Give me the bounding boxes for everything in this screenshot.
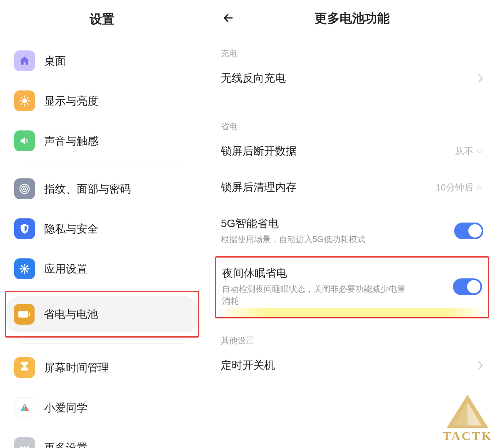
- settings-item-label: 隐私与安全: [44, 222, 98, 236]
- row-title: 5G智能省电: [221, 216, 365, 231]
- svg-line-18: [27, 271, 28, 272]
- svg-point-23: [20, 446, 22, 448]
- settings-item-label: 桌面: [44, 54, 66, 68]
- sound-icon: [14, 130, 35, 151]
- section-header-other: 其他设置: [204, 318, 500, 347]
- settings-title: 设置: [0, 0, 204, 39]
- settings-item-display[interactable]: 显示与亮度: [7, 83, 198, 119]
- settings-item-label: 显示与亮度: [44, 94, 98, 108]
- row-night-sleep-powersave[interactable]: 夜间休眠省电 自动检测夜间睡眠状态，关闭非必要功能减少电量消耗: [216, 258, 488, 317]
- settings-item-label: 声音与触感: [44, 134, 98, 148]
- settings-item-biometrics[interactable]: 指纹、面部与密码: [7, 171, 198, 207]
- row-lock-disconnect-data[interactable]: 锁屏后断开数据 从不 ︿﹀: [204, 133, 500, 169]
- settings-item-battery[interactable]: 省电与电池: [6, 296, 198, 332]
- row-title: 锁屏后清理内存: [221, 180, 297, 195]
- svg-point-11: [24, 188, 26, 190]
- chevron-right-icon: [474, 360, 483, 370]
- row-subtitle: 自动检测夜间睡眠状态，关闭非必要功能减少电量消耗: [222, 283, 405, 307]
- settings-item-label: 屏幕时间管理: [44, 360, 109, 375]
- settings-item-label: 省电与电池: [44, 307, 98, 322]
- battery-panel: 更多电池功能 充电 无线反向充电 省电 锁屏后断开数据 从不 ︿﹀ 锁屏后清理内…: [204, 0, 500, 448]
- section-header-charging: 充电: [204, 39, 500, 60]
- picker-updown-icon: ︿﹀: [477, 184, 483, 191]
- row-value: 10分钟后: [436, 181, 473, 194]
- divider: [22, 165, 182, 165]
- settings-item-privacy[interactable]: 隐私与安全: [7, 211, 198, 247]
- row-title: 定时开关机: [221, 358, 275, 373]
- divider: [221, 104, 483, 104]
- more-icon: [14, 437, 35, 448]
- row-title: 夜间休眠省电: [222, 266, 405, 280]
- settings-list: 桌面 显示与亮度 声音与触感 指纹、面部与密码: [0, 43, 204, 448]
- picker-updown-icon: ︿﹀: [477, 148, 483, 155]
- hourglass-icon: [14, 357, 35, 378]
- row-title: 无线反向充电: [221, 71, 286, 85]
- settings-item-label: 更多设置: [44, 440, 88, 448]
- svg-point-25: [27, 446, 29, 448]
- settings-item-label: 指纹、面部与密码: [44, 182, 131, 196]
- row-title: 锁屏后断开数据: [221, 144, 297, 158]
- row-reverse-wireless-charging[interactable]: 无线反向充电: [204, 60, 500, 96]
- svg-line-6: [28, 104, 28, 105]
- settings-item-label: 小爱同学: [44, 400, 88, 415]
- settings-item-screentime[interactable]: 屏幕时间管理: [7, 350, 198, 385]
- settings-item-label: 应用设置: [44, 262, 88, 276]
- row-value: 从不: [455, 145, 473, 158]
- settings-item-xiaoai[interactable]: 小爱同学: [7, 390, 198, 425]
- chevron-right-icon: [474, 73, 483, 83]
- settings-item-desktop[interactable]: 桌面: [7, 43, 198, 79]
- svg-point-0: [22, 98, 27, 103]
- back-icon[interactable]: [222, 12, 234, 26]
- svg-rect-21: [18, 311, 28, 318]
- row-5g-smart-power[interactable]: 5G智能省电 根据使用场景，自动进入5G低功耗模式: [204, 205, 500, 256]
- row-lock-clear-memory[interactable]: 锁屏后清理内存 10分钟后 ︿﹀: [204, 169, 500, 205]
- highlight-box: 夜间休眠省电 自动检测夜间睡眠状态，关闭非必要功能减少电量消耗: [215, 256, 489, 318]
- svg-point-12: [22, 267, 26, 270]
- shield-icon: [14, 218, 35, 239]
- toggle-night-sleep[interactable]: [453, 278, 482, 295]
- section-header-powersave: 省电: [204, 112, 500, 133]
- row-subtitle: 根据使用场景，自动进入5G低功耗模式: [221, 233, 365, 245]
- page-title: 更多电池功能: [217, 10, 488, 27]
- xiaoai-icon: [14, 397, 35, 418]
- svg-line-7: [21, 104, 22, 105]
- svg-line-17: [22, 266, 22, 267]
- svg-line-8: [28, 98, 28, 98]
- settings-item-more[interactable]: 更多设置: [7, 430, 198, 448]
- battery-icon: [14, 304, 35, 325]
- divider: [22, 343, 182, 344]
- svg-point-10: [22, 186, 28, 192]
- settings-item-sound[interactable]: 声音与触感: [7, 123, 198, 159]
- svg-line-5: [21, 98, 22, 98]
- svg-line-19: [22, 271, 22, 272]
- settings-item-apps[interactable]: 应用设置: [7, 251, 198, 287]
- svg-point-24: [23, 446, 26, 448]
- svg-line-20: [27, 266, 28, 267]
- home-icon: [14, 50, 35, 71]
- apps-icon: [14, 258, 35, 279]
- highlight-box: 省电与电池: [5, 291, 199, 338]
- row-scheduled-power[interactable]: 定时开关机: [204, 347, 500, 383]
- toggle-5g-power[interactable]: [454, 223, 483, 239]
- header: 更多电池功能: [204, 0, 500, 39]
- svg-rect-22: [29, 313, 30, 316]
- fingerprint-icon: [14, 178, 35, 199]
- brightness-icon: [14, 90, 35, 111]
- settings-panel: 设置 桌面 显示与亮度 声音与触感: [0, 0, 204, 448]
